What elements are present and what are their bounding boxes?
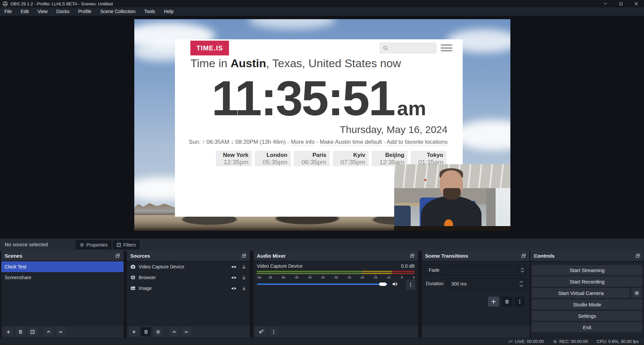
menu-scene-collection[interactable]: Scene Collection (96, 7, 140, 16)
source-up-button[interactable] (169, 327, 179, 336)
audio-options-button[interactable] (406, 279, 415, 290)
scene-item-screenshare[interactable]: Screenshare (1, 272, 124, 283)
remove-transition-button[interactable] (502, 297, 512, 307)
audio-meter (257, 273, 415, 274)
close-button[interactable] (629, 0, 644, 7)
add-scene-button[interactable] (3, 327, 13, 336)
controls-title: Controls (534, 253, 555, 259)
audio-meter (257, 271, 415, 272)
controls-panel: Controls Start Streaming Start Recording… (531, 251, 644, 338)
start-streaming-button[interactable]: Start Streaming (532, 265, 642, 275)
make-default-link[interactable]: Make Austin time default (320, 139, 382, 145)
duration-spinner[interactable]: 300 ms (447, 278, 526, 290)
eye-icon[interactable] (231, 264, 237, 270)
eye-icon[interactable] (231, 286, 237, 291)
audio-mixer-panel: Audio Mixer Video Capture Device 0.0 dB … (254, 251, 418, 338)
chevron-up-icon (521, 268, 524, 270)
scene-filters-button[interactable] (28, 327, 38, 336)
clock-ampm: am (397, 97, 426, 120)
spinner-chevrons[interactable] (519, 281, 526, 287)
scene-up-button[interactable] (44, 327, 54, 336)
start-recording-button[interactable]: Start Recording (532, 276, 642, 287)
source-item-browser[interactable]: Browser (127, 272, 250, 283)
speaker-icon[interactable] (392, 281, 398, 287)
menu-edit[interactable]: Edit (16, 7, 33, 16)
menu-docks[interactable]: Docks (52, 7, 74, 16)
search-icon (383, 45, 388, 51)
timeis-logo[interactable]: TIME.IS (190, 41, 229, 55)
window-title: OBS 29.1.2 - Profile: LLHLS BETA - Scene… (10, 1, 113, 6)
virtual-camera-settings-button[interactable] (631, 288, 642, 298)
source-item-image[interactable]: Image (127, 283, 250, 294)
camera-icon (130, 264, 136, 269)
popout-icon[interactable] (115, 253, 120, 258)
properties-button[interactable]: Properties (76, 240, 111, 249)
transition-options-button[interactable] (515, 297, 525, 307)
gear-icon (634, 291, 639, 296)
chevron-down-icon (521, 270, 524, 272)
transitions-title: Scene Transitions (425, 253, 468, 259)
mixer-options-button[interactable] (269, 327, 278, 336)
add-favorite-link[interactable]: Add to favorite locations (387, 139, 448, 145)
source-item-video-capture[interactable]: Video Capture Device (127, 261, 250, 272)
settings-button[interactable]: Settings (532, 311, 642, 321)
cpu-fps-status: CPU: 0.6%, 30.00 fps (597, 339, 639, 344)
preview-area[interactable]: TIME.IS Time in Austin, Texas, United St… (0, 16, 644, 239)
lock-icon[interactable] (241, 264, 246, 269)
scene-item-clock-test[interactable]: Clock Test (1, 261, 124, 272)
source-down-button[interactable] (181, 327, 191, 336)
menu-file[interactable]: File (0, 7, 16, 16)
lock-icon[interactable] (241, 275, 246, 280)
more-info-link[interactable]: More info (291, 139, 315, 145)
source-status-text: No source selected (5, 242, 48, 247)
select-chevrons (519, 265, 526, 275)
plus-icon (132, 330, 136, 334)
remove-source-button[interactable] (141, 327, 151, 336)
audio-level-db: 0.0 dB (401, 263, 415, 269)
image-icon (130, 286, 136, 291)
world-clock-paris[interactable]: Paris06:35pm (294, 151, 330, 166)
volume-slider[interactable] (257, 284, 388, 285)
menu-view[interactable]: View (33, 7, 52, 16)
add-source-button[interactable] (129, 327, 139, 336)
volume-slider-handle[interactable] (379, 283, 386, 286)
audio-channel-name: Video Capture Device (257, 263, 303, 269)
world-clock-kyiv[interactable]: Kyiv07:35pm (333, 151, 369, 166)
popout-icon[interactable] (410, 253, 415, 258)
world-clock-new-york[interactable]: New York12:35pm (216, 151, 252, 166)
filters-button[interactable]: Filters (113, 240, 140, 249)
add-transition-button[interactable] (488, 297, 499, 307)
maximize-button[interactable] (613, 0, 629, 7)
trash-icon (505, 299, 509, 304)
remove-scene-button[interactable] (15, 327, 26, 336)
eye-icon[interactable] (231, 275, 237, 281)
minimize-button[interactable] (598, 0, 613, 7)
search-box[interactable] (380, 43, 436, 53)
scene-down-button[interactable] (56, 327, 66, 336)
world-clock-london[interactable]: London05:35pm (255, 151, 291, 166)
source-toolbar: No source selected Properties Filters (0, 239, 644, 251)
scenes-title: Scenes (5, 253, 22, 259)
source-properties-button[interactable] (153, 327, 163, 336)
hamburger-icon[interactable] (441, 44, 452, 51)
filter-icon (30, 330, 35, 334)
current-date: Thursday, May 16, 2024 (340, 124, 448, 135)
video-canvas[interactable]: TIME.IS Time in Austin, Texas, United St… (134, 19, 510, 231)
menu-help[interactable]: Help (159, 7, 178, 16)
gear-icon (80, 243, 84, 247)
popout-icon[interactable] (241, 253, 246, 258)
exit-button[interactable]: Exit (532, 322, 642, 332)
studio-mode-button[interactable]: Studio Mode (532, 299, 642, 309)
duration-value: 300 ms (447, 281, 519, 287)
popout-icon[interactable] (635, 253, 640, 258)
popout-icon[interactable] (521, 253, 526, 258)
lock-icon[interactable] (241, 286, 246, 291)
transition-select[interactable]: Fade (425, 265, 526, 275)
menu-profile[interactable]: Profile (74, 7, 96, 16)
advanced-audio-button[interactable] (256, 327, 267, 336)
menu-tools[interactable]: Tools (140, 7, 159, 16)
rec-status: REC: 00:00:00 (553, 339, 588, 344)
start-virtual-camera-button[interactable]: Start Virtual Camera (532, 288, 630, 298)
trash-icon (18, 330, 23, 334)
city-name: Austin (231, 57, 266, 70)
